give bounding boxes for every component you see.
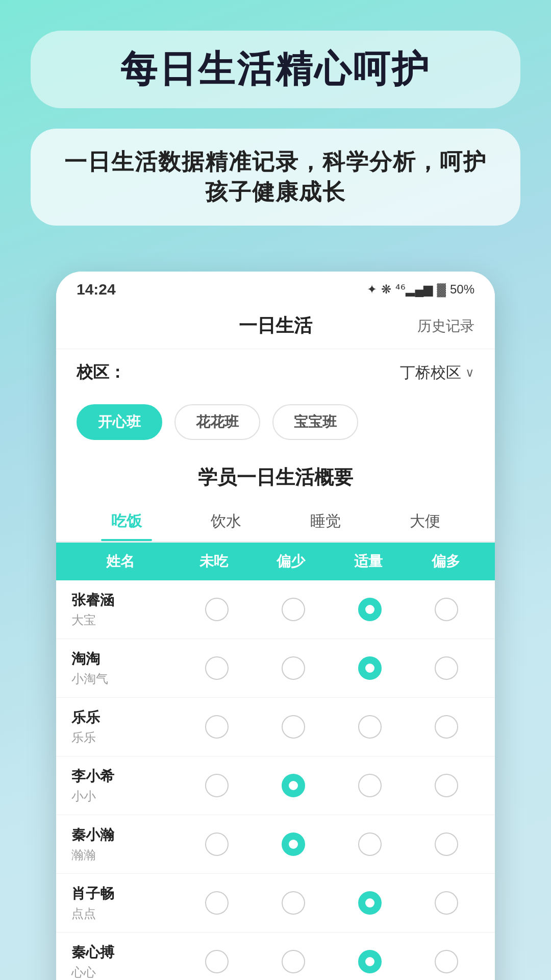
radio-cell-5-0: [179, 891, 255, 915]
table-header: 姓名 未吃 偏少 适量 偏多: [56, 543, 495, 580]
radio-cell-3-3: [408, 774, 485, 797]
section-title-row: 学员一日生活概要: [56, 452, 495, 499]
student-name-2: 乐乐: [71, 708, 100, 727]
radio-button-5-1[interactable]: [282, 891, 305, 915]
radio-button-5-3[interactable]: [435, 891, 458, 915]
student-rows: 张睿涵大宝淘淘小淘气乐乐乐乐李小希小小秦小瀚瀚瀚肖子畅点点秦心搏心心: [56, 580, 495, 980]
radio-cell-2-1: [255, 715, 332, 739]
radio-cell-1-2: [332, 656, 408, 680]
sub-tab-eating[interactable]: 吃饭: [101, 504, 152, 541]
radio-button-0-1[interactable]: [282, 598, 305, 621]
th-more: 偏多: [407, 552, 485, 571]
radio-button-6-1[interactable]: [282, 950, 305, 973]
student-nickname-5: 点点: [71, 905, 96, 922]
radio-button-0-0[interactable]: [205, 598, 229, 621]
radio-cell-5-2: [332, 891, 408, 915]
radio-button-2-1[interactable]: [282, 715, 305, 739]
chevron-down-icon: ∨: [465, 365, 474, 380]
radio-cell-4-3: [408, 832, 485, 856]
table-row: 张睿涵大宝: [56, 580, 495, 639]
th-not-eaten: 未吃: [175, 552, 253, 571]
radio-cell-3-2: [332, 774, 408, 797]
radio-cell-2-3: [408, 715, 485, 739]
radio-cell-6-0: [179, 950, 255, 973]
main-title-box: 每日生活精心呵护: [31, 31, 520, 108]
radio-cell-5-1: [255, 891, 332, 915]
radio-button-0-3[interactable]: [435, 598, 458, 621]
radio-button-1-1[interactable]: [282, 656, 305, 680]
radio-button-4-2[interactable]: [358, 832, 382, 856]
signal-icon: ⁴⁶▂▄▆: [395, 282, 433, 297]
class-tab-baobao[interactable]: 宝宝班: [272, 404, 358, 440]
radio-button-1-0[interactable]: [205, 656, 229, 680]
table-row: 秦小瀚瀚瀚: [56, 815, 495, 874]
radio-cell-0-0: [179, 598, 255, 621]
radio-button-6-3[interactable]: [435, 950, 458, 973]
class-tab-kaixin[interactable]: 开心班: [77, 404, 162, 440]
radio-button-5-2[interactable]: [358, 891, 382, 915]
radio-cell-6-1: [255, 950, 332, 973]
radio-button-1-3[interactable]: [435, 656, 458, 680]
radio-button-2-3[interactable]: [435, 715, 458, 739]
radio-button-6-2[interactable]: [358, 950, 382, 973]
phone-mockup: 14:24 ✦ ❋ ⁴⁶▂▄▆ ▓ 50% 一日生活 历史记录 校区： 丁桥校区…: [56, 272, 495, 980]
radio-button-0-2[interactable]: [358, 598, 382, 621]
sub-tab-sleeping[interactable]: 睡觉: [300, 504, 351, 541]
radio-cell-1-1: [255, 656, 332, 680]
radio-button-4-3[interactable]: [435, 832, 458, 856]
history-button[interactable]: 历史记录: [417, 318, 474, 334]
radio-cell-4-0: [179, 832, 255, 856]
data-table: 姓名 未吃 偏少 适量 偏多 张睿涵大宝淘淘小淘气乐乐乐乐李小希小小秦小瀚瀚瀚肖…: [56, 543, 495, 980]
status-bar: 14:24 ✦ ❋ ⁴⁶▂▄▆ ▓ 50%: [56, 272, 495, 303]
table-row: 李小希小小: [56, 756, 495, 815]
app-title: 一日生活: [209, 313, 342, 338]
th-less: 偏少: [252, 552, 330, 571]
radio-cell-0-2: [332, 598, 408, 621]
student-info-5: 肖子畅点点: [66, 884, 179, 922]
student-nickname-6: 心心: [71, 964, 96, 980]
campus-selector[interactable]: 丁桥校区 ∨: [400, 362, 474, 383]
radio-button-5-0[interactable]: [205, 891, 229, 915]
sub-tab-drinking[interactable]: 饮水: [201, 504, 252, 541]
radio-cell-0-1: [255, 598, 332, 621]
student-nickname-3: 小小: [71, 788, 96, 804]
table-row: 淘淘小淘气: [56, 639, 495, 698]
radio-button-3-3[interactable]: [435, 774, 458, 797]
student-name-5: 肖子畅: [71, 884, 114, 903]
status-icons: ✦ ❋ ⁴⁶▂▄▆ ▓ 50%: [367, 282, 474, 297]
radio-cell-2-0: [179, 715, 255, 739]
student-info-2: 乐乐乐乐: [66, 708, 179, 746]
radio-cell-1-3: [408, 656, 485, 680]
student-name-1: 淘淘: [71, 649, 100, 669]
status-time: 14:24: [77, 281, 116, 298]
campus-name: 丁桥校区: [400, 362, 461, 383]
subtitle-text: 一日生活数据精准记录，科学分析，呵护孩子健康成长: [61, 147, 490, 207]
main-title: 每日生活精心呵护: [71, 45, 480, 94]
class-tab-huahua[interactable]: 花花班: [174, 404, 260, 440]
radio-button-4-0[interactable]: [205, 832, 229, 856]
student-info-3: 李小希小小: [66, 767, 179, 804]
radio-button-3-2[interactable]: [358, 774, 382, 797]
radio-button-2-0[interactable]: [205, 715, 229, 739]
radio-cell-4-1: [255, 832, 332, 856]
student-info-0: 张睿涵大宝: [66, 591, 179, 628]
student-nickname-1: 小淘气: [71, 671, 108, 687]
sub-tabs: 吃饭 饮水 睡觉 大便: [56, 499, 495, 543]
student-name-3: 李小希: [71, 767, 114, 786]
battery-icon: ▓: [437, 282, 446, 297]
radio-button-4-1[interactable]: [282, 832, 305, 856]
radio-button-6-0[interactable]: [205, 950, 229, 973]
battery-percent: 50%: [450, 282, 474, 297]
student-nickname-2: 乐乐: [71, 729, 96, 746]
radio-button-3-0[interactable]: [205, 774, 229, 797]
radio-button-2-2[interactable]: [358, 715, 382, 739]
radio-button-1-2[interactable]: [358, 656, 382, 680]
radio-button-3-1[interactable]: [282, 774, 305, 797]
sub-tab-toilet[interactable]: 大便: [399, 504, 450, 541]
table-row: 秦心搏心心: [56, 933, 495, 980]
radio-cell-4-2: [332, 832, 408, 856]
radio-cell-3-1: [255, 774, 332, 797]
radio-cell-6-2: [332, 950, 408, 973]
radio-cell-2-2: [332, 715, 408, 739]
student-info-4: 秦小瀚瀚瀚: [66, 825, 179, 863]
